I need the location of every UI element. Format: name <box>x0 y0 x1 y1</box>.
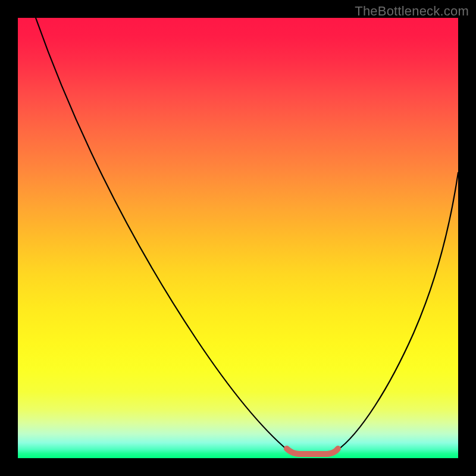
trough-marker <box>287 449 338 454</box>
chart-frame: TheBottleneck.com <box>0 0 476 476</box>
curve-left-branch <box>36 18 289 451</box>
curve-right-branch <box>336 173 458 451</box>
plot-area <box>18 18 458 458</box>
watermark-text: TheBottleneck.com <box>355 4 469 19</box>
curve-layer <box>18 18 458 458</box>
